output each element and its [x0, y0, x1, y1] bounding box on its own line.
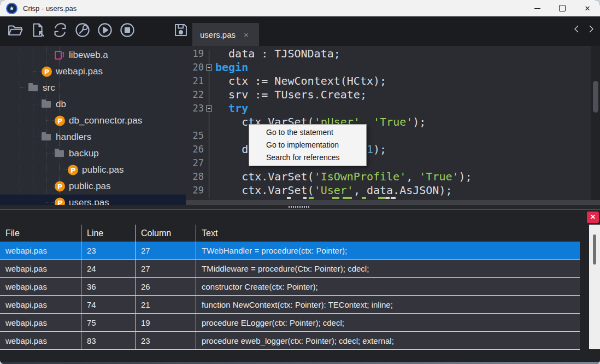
tree-guide [60, 169, 67, 170]
editor-nav [573, 24, 595, 36]
line-number: 27 [186, 156, 204, 170]
folder-icon [55, 150, 64, 157]
fold-column [204, 115, 215, 129]
result-cell: webapi.pas [0, 260, 81, 277]
code-text: ctx := NewContext(HCtx); [215, 74, 386, 88]
result-row[interactable]: webapi.pas7421function NewContext(ctx: P… [0, 296, 580, 314]
tree-guide [46, 153, 54, 154]
code-line[interactable]: 29 ctx.VarSet('User', data.AsJSON); [186, 184, 591, 197]
code-line[interactable]: 27 [186, 156, 591, 170]
code-editor[interactable]: 19 data : TJSONData;20begin21 ctx := New… [186, 46, 600, 205]
editor-scrollbar-thumb[interactable] [593, 81, 598, 113]
line-number: 19 [186, 47, 204, 61]
tree-item-label: db [56, 99, 66, 110]
line-number [186, 115, 204, 129]
result-row[interactable]: webapi.pas3626constructor Create(ctx: Po… [0, 278, 580, 296]
result-cell: 36 [81, 278, 136, 295]
line-number: 28 [186, 170, 204, 184]
editor-horizontal-scrollbar[interactable] [186, 200, 600, 205]
fold-column [204, 102, 215, 115]
tree-item-backup[interactable]: backup [0, 145, 186, 162]
panel-vertical-scrollbar[interactable] [589, 225, 600, 349]
result-row[interactable]: webapi.pas8323procedure eweb_logger(ctx:… [0, 332, 580, 350]
result-cell: webapi.pas [0, 296, 81, 313]
tree-item-label: public.pas [69, 181, 111, 192]
app-logo-icon: ★ [6, 3, 17, 14]
fold-column [204, 88, 215, 102]
nav-forward-button[interactable] [588, 24, 595, 36]
menu-item-go-to-the-statement[interactable]: Go to the statement [249, 126, 366, 139]
tree-item-handlers[interactable]: handlers [0, 129, 186, 145]
folder-icon [42, 134, 51, 140]
tree-item-webapi-pas[interactable]: webapi.pas [0, 63, 186, 80]
tree-item-db[interactable]: db [0, 96, 186, 113]
fold-toggle-icon[interactable] [206, 64, 212, 71]
code-line[interactable]: 22 srv := TUsers.Create; [186, 88, 591, 102]
code-line[interactable]: 19 data : TJSONData; [186, 47, 591, 61]
result-cell: webapi.pas [0, 278, 81, 295]
search-wrench-icon [74, 22, 91, 40]
fold-toggle-icon[interactable] [206, 105, 212, 111]
menu-item-go-to-implementation[interactable]: Go to implementation [249, 139, 366, 151]
pascal-file-icon [55, 198, 65, 206]
tree-guide [46, 55, 54, 55]
open-folder-button[interactable] [4, 20, 26, 43]
refresh-button[interactable] [49, 20, 71, 43]
panel-splitter[interactable] [0, 205, 600, 209]
splitter-grip-icon[interactable] [289, 206, 310, 208]
result-cell: 27 [136, 260, 196, 277]
result-row[interactable]: webapi.pas2327TWebHandler = procedure(ct… [0, 242, 580, 260]
code-text: data : TJSONData; [215, 47, 340, 61]
tree-item-label: db_connector.pas [69, 115, 142, 126]
code-line[interactable]: 25 [186, 129, 591, 143]
result-cell: 27 [136, 242, 196, 259]
menu-item-search-for-references[interactable]: Search for references [249, 151, 366, 164]
editor-vertical-scrollbar[interactable] [591, 46, 600, 200]
result-cell: 26 [136, 278, 196, 295]
run-button[interactable] [94, 20, 116, 43]
fold-column [204, 74, 215, 88]
column-header-file[interactable]: File [0, 225, 81, 242]
titlebar[interactable]: ★ Crisp - users.pas [0, 0, 600, 16]
maximize-button[interactable] [550, 0, 575, 16]
result-row[interactable]: webapi.pas2427TMiddleware = procedure(Ct… [0, 260, 580, 278]
tree-item-db-connector-pas[interactable]: db_connector.pas [0, 113, 186, 129]
code-line[interactable]: 20begin [186, 61, 591, 74]
tab-users-pas[interactable]: users.pas × [192, 23, 259, 46]
column-header-line[interactable]: Line [81, 225, 136, 242]
code-lines: 19 data : TJSONData;20begin21 ctx := New… [186, 47, 591, 197]
code-line[interactable]: 21 ctx := NewContext(HCtx); [186, 74, 591, 88]
tab-close-icon[interactable]: × [244, 30, 249, 39]
search-wrench-button[interactable] [72, 20, 93, 43]
tree-item-label: backup [69, 148, 99, 159]
tree-guide [33, 104, 40, 104]
new-file-icon [30, 22, 46, 40]
panel-close-button[interactable]: ✕ [587, 212, 599, 223]
tree-item-label: webapi.pas [56, 66, 103, 77]
code-line[interactable]: 28 ctx.VarSet('IsOwnProfile', 'True'); [186, 170, 591, 184]
line-number: 29 [186, 184, 204, 197]
close-button[interactable] [575, 0, 600, 16]
new-file-button[interactable] [27, 20, 49, 43]
results-header-row: FileLineColumnText [0, 225, 580, 242]
tree-item-libeweb-a[interactable]: libeweb.a [0, 47, 186, 63]
nav-back-button[interactable] [573, 24, 580, 36]
result-row[interactable]: webapi.pas7519procedure ELogger(ctx: Poi… [0, 314, 580, 332]
save-button[interactable] [170, 20, 192, 43]
panel-scrollbar-thumb[interactable] [593, 234, 596, 265]
library-file-icon [55, 51, 62, 60]
code-line[interactable]: 26 d 1); [186, 143, 591, 156]
tree-item-public-pas[interactable]: public.pas [0, 162, 186, 178]
code-line[interactable]: 23 try [186, 102, 591, 115]
minimize-button[interactable] [525, 0, 550, 16]
column-header-text[interactable]: Text [196, 225, 580, 242]
tree-item-users-pas[interactable]: users.pas [0, 195, 186, 205]
code-line[interactable]: ctx.VarSet('pUser', 'True'); [186, 115, 591, 129]
stop-button[interactable] [116, 20, 138, 43]
tree-guide [33, 137, 40, 137]
save-icon [173, 22, 189, 40]
tree-item-src[interactable]: src [0, 80, 186, 96]
tree-item-public-pas[interactable]: public.pas [0, 178, 186, 195]
column-header-column[interactable]: Column [136, 225, 196, 242]
tree-item-label: src [43, 83, 55, 93]
